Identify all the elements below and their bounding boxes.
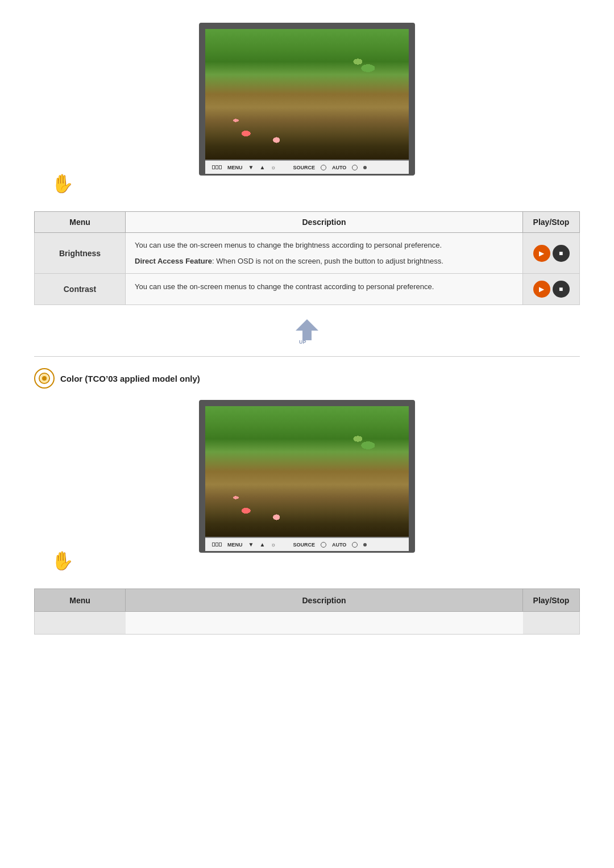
monitor-outer-1: MENU ▼ ▲ ☼ SOURCE AUTO [199, 23, 415, 176]
bottom-row-playstop [523, 612, 580, 635]
monitor-screen-2 [205, 406, 409, 537]
row-contrast-desc: You can use the on-screen menus to chang… [126, 274, 523, 305]
row-brightness-menu: Brightness [35, 233, 126, 274]
table-row: Contrast You can use the on-screen menus… [35, 274, 580, 305]
row-brightness-playstop: ▶ ■ [523, 233, 580, 274]
bottom-feature-table: Menu Description Play/Stop [34, 589, 580, 635]
svg-point-3 [42, 376, 47, 381]
play-button-1[interactable]: ▶ [533, 245, 550, 262]
row-contrast-playstop: ▶ ■ [523, 274, 580, 305]
monitor-outer-2: MENU ▼ ▲ ☼ SOURCE AUTO [199, 400, 415, 553]
bottom-table-header-playstop: Play/Stop [523, 589, 580, 612]
menu-label-2: MENU [227, 542, 243, 548]
contrast-desc-text: You can use the on-screen menus to chang… [135, 281, 513, 293]
table-row: Brightness You can use the on-screen men… [35, 233, 580, 274]
up-arrow-icon: UP [290, 316, 324, 345]
menu-icon [212, 165, 222, 169]
brightness-icon[interactable]: ☼ [271, 164, 276, 170]
down-arrow-icon-2[interactable]: ▼ [248, 541, 254, 548]
monitor-section-2: MENU ▼ ▲ ☼ SOURCE AUTO ✋ [34, 400, 580, 571]
color-icon [34, 368, 55, 389]
row-brightness-desc: You can use the on-screen menus to chang… [126, 233, 523, 274]
menu-label: MENU [227, 165, 243, 170]
play-button-2[interactable]: ▶ [533, 281, 550, 298]
monitor-screen-1 [205, 29, 409, 160]
power-dot-icon [363, 166, 367, 169]
section-divider [34, 356, 580, 357]
power-icon[interactable] [352, 165, 358, 170]
contrast-play-stop: ▶ ■ [532, 281, 570, 298]
svg-marker-0 [296, 319, 318, 340]
table-header-menu: Menu [35, 212, 126, 233]
power-dot-icon-2 [363, 543, 367, 546]
auto-label: AUTO [332, 165, 346, 170]
stop-button-2[interactable]: ■ [553, 281, 570, 298]
menu-icon-2 [212, 542, 222, 546]
screen-image-1 [205, 29, 409, 160]
brightness-desc-text: You can use the on-screen menus to chang… [135, 240, 513, 251]
source-label: SOURCE [293, 165, 315, 170]
direct-access-label: Direct Access Feature [135, 257, 212, 265]
page-content: MENU ▼ ▲ ☼ SOURCE AUTO ✋ Menu Descriptio… [0, 0, 614, 657]
source-icon[interactable] [321, 165, 326, 170]
screen-image-2 [205, 406, 409, 537]
up-arrow-small-icon-2[interactable]: ▲ [259, 541, 265, 548]
down-arrow-icon[interactable]: ▼ [248, 164, 254, 170]
monitor-section-1: MENU ▼ ▲ ☼ SOURCE AUTO ✋ [34, 23, 580, 194]
bottom-table-header-menu: Menu [35, 589, 126, 612]
bottom-table-header-desc: Description [126, 589, 523, 612]
direct-access-text: Direct Access Feature: When OSD is not o… [135, 256, 513, 267]
svg-text:UP: UP [299, 339, 306, 345]
color-section-title: Color (TCO’03 applied model only) [60, 374, 200, 383]
color-section-header: Color (TCO’03 applied model only) [34, 368, 580, 389]
up-arrow-section: UP [34, 316, 580, 345]
row-contrast-menu: Contrast [35, 274, 126, 305]
up-arrow-small-icon[interactable]: ▲ [259, 164, 265, 170]
hand-pointer-icon: ✋ [51, 173, 74, 194]
table-row [35, 612, 580, 635]
brightness-play-stop: ▶ ■ [532, 245, 570, 262]
table-header-playstop: Play/Stop [523, 212, 580, 233]
bottom-row-desc [126, 612, 523, 635]
monitor-controls-bar-1: MENU ▼ ▲ ☼ SOURCE AUTO [205, 160, 409, 174]
contrast-label: Contrast [64, 285, 97, 294]
hand-pointer-icon-2: ✋ [51, 550, 74, 571]
bottom-row-menu [35, 612, 126, 635]
direct-access-body: : When OSD is not on the screen, push th… [212, 257, 443, 265]
table-header-description: Description [126, 212, 523, 233]
feature-table: Menu Description Play/Stop Brightness Yo… [34, 211, 580, 305]
stop-button-1[interactable]: ■ [553, 245, 570, 262]
auto-label-2: AUTO [332, 542, 346, 548]
brightness-label: Brightness [59, 249, 101, 258]
brightness-icon-2[interactable]: ☼ [271, 541, 276, 548]
source-icon-2[interactable] [321, 542, 326, 548]
monitor-controls-bar-2: MENU ▼ ▲ ☼ SOURCE AUTO [205, 537, 409, 551]
source-label-2: SOURCE [293, 542, 315, 548]
power-icon-2[interactable] [352, 542, 358, 548]
